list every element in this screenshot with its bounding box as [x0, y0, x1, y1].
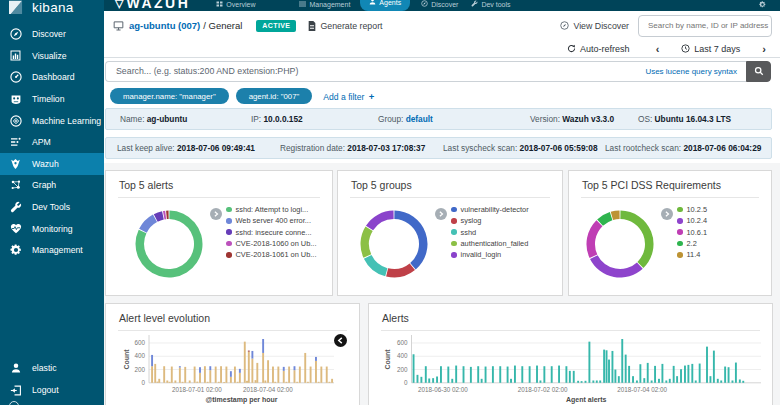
- bar[interactable]: [551, 366, 553, 383]
- bar[interactable]: [299, 367, 301, 383]
- bar[interactable]: [632, 376, 634, 383]
- bar[interactable]: [189, 380, 191, 382]
- bar[interactable]: [676, 376, 678, 383]
- bar[interactable]: [264, 380, 266, 382]
- bar[interactable]: [742, 381, 744, 383]
- bar[interactable]: [713, 351, 715, 383]
- legend-item[interactable]: 2.2: [677, 238, 707, 249]
- bar[interactable]: [179, 366, 181, 367]
- bar[interactable]: [536, 366, 538, 383]
- filter-pill-1[interactable]: agent.id: "007": [236, 88, 313, 104]
- bar[interactable]: [239, 373, 241, 383]
- bar[interactable]: [315, 361, 317, 383]
- breadcrumb-agent-link[interactable]: ag-ubuntu (007): [129, 20, 200, 31]
- donut-slice-0[interactable]: [620, 211, 653, 268]
- bar[interactable]: [588, 342, 590, 383]
- bar[interactable]: [251, 359, 253, 383]
- bar[interactable]: [436, 377, 438, 383]
- bar[interactable]: [680, 369, 682, 383]
- settings-gear-icon[interactable]: [759, 1, 766, 9]
- bar[interactable]: [320, 367, 322, 383]
- bar[interactable]: [151, 355, 153, 366]
- bar[interactable]: [581, 381, 583, 383]
- legend-item[interactable]: Web server 400 error...: [226, 215, 316, 226]
- sidebar-item-visualize[interactable]: Visualize: [0, 45, 104, 67]
- donut-slice-4[interactable]: [611, 211, 620, 220]
- bar[interactable]: [636, 380, 638, 382]
- bar[interactable]: [207, 382, 209, 383]
- bar[interactable]: [451, 379, 453, 383]
- bar[interactable]: [539, 380, 541, 382]
- bar[interactable]: [709, 376, 711, 383]
- bar[interactable]: [304, 353, 306, 383]
- bar[interactable]: [477, 366, 479, 383]
- bar[interactable]: [428, 378, 430, 382]
- bar[interactable]: [470, 367, 472, 383]
- bar[interactable]: [151, 366, 153, 383]
- bar[interactable]: [510, 379, 512, 383]
- bar[interactable]: [425, 366, 427, 383]
- collapse-sidebar-button[interactable]: [9, 401, 19, 405]
- bar[interactable]: [288, 367, 290, 383]
- bar[interactable]: [499, 366, 501, 383]
- bar[interactable]: [246, 381, 248, 383]
- bar[interactable]: [608, 360, 610, 383]
- legend-item[interactable]: CVE-2018-1060 on Ub...: [226, 238, 316, 249]
- bar[interactable]: [296, 382, 298, 383]
- bar[interactable]: [328, 382, 330, 383]
- bar[interactable]: [463, 366, 465, 383]
- legend-toggle-button[interactable]: [334, 334, 347, 347]
- legend-item[interactable]: sshd: [451, 227, 529, 238]
- bar[interactable]: [315, 357, 317, 361]
- bar[interactable]: [326, 367, 328, 383]
- bar[interactable]: [558, 366, 560, 383]
- bar[interactable]: [283, 371, 285, 383]
- bar[interactable]: [565, 366, 567, 383]
- bar[interactable]: [283, 367, 285, 371]
- bar[interactable]: [735, 363, 737, 383]
- legend-item[interactable]: sshd: Attempt to logi...: [226, 204, 316, 215]
- bar[interactable]: [209, 370, 211, 383]
- bar[interactable]: [274, 382, 276, 383]
- bar[interactable]: [521, 366, 523, 383]
- bar[interactable]: [199, 373, 201, 383]
- bar[interactable]: [481, 379, 483, 383]
- sidebar-item-apm[interactable]: APM: [0, 131, 104, 153]
- sidebar-item-wazuh[interactable]: Wazuh: [0, 153, 104, 175]
- bar[interactable]: [194, 367, 196, 383]
- bar[interactable]: [174, 380, 176, 382]
- sidebar-item-logout[interactable]: Logout: [0, 379, 104, 401]
- bar[interactable]: [267, 360, 269, 383]
- bar[interactable]: [647, 363, 649, 383]
- bar[interactable]: [577, 381, 579, 383]
- bar[interactable]: [625, 355, 627, 383]
- time-forward-chevron[interactable]: ›: [760, 43, 768, 55]
- legend-toggle-button[interactable]: [661, 208, 673, 220]
- bar[interactable]: [639, 364, 641, 383]
- bar[interactable]: [720, 380, 722, 382]
- bar[interactable]: [669, 379, 671, 383]
- bar[interactable]: [699, 364, 701, 383]
- top-nav-tab-agents[interactable]: Agents: [360, 0, 410, 11]
- bar[interactable]: [618, 376, 620, 383]
- bar[interactable]: [673, 366, 675, 383]
- bar[interactable]: [166, 380, 168, 382]
- sidebar-item-dev-tools[interactable]: Dev Tools: [0, 196, 104, 218]
- bar[interactable]: [687, 365, 689, 383]
- bar[interactable]: [724, 367, 726, 383]
- legend-toggle-button[interactable]: [210, 208, 222, 220]
- bar[interactable]: [596, 380, 598, 382]
- query-input[interactable]: Search... (e.g. status:200 AND extension…: [105, 61, 746, 82]
- bar[interactable]: [196, 382, 198, 383]
- sidebar-item-discover[interactable]: Discover: [0, 24, 104, 46]
- bar[interactable]: [256, 363, 258, 383]
- bar[interactable]: [643, 378, 645, 383]
- legend-item[interactable]: CVE-2018-1061 on Ub...: [226, 249, 316, 260]
- bar[interactable]: [717, 379, 719, 383]
- bar[interactable]: [294, 366, 296, 370]
- bar[interactable]: [691, 364, 693, 383]
- legend-toggle-button[interactable]: [435, 208, 447, 220]
- bar[interactable]: [732, 380, 734, 382]
- bar[interactable]: [285, 382, 287, 383]
- bar[interactable]: [447, 367, 449, 383]
